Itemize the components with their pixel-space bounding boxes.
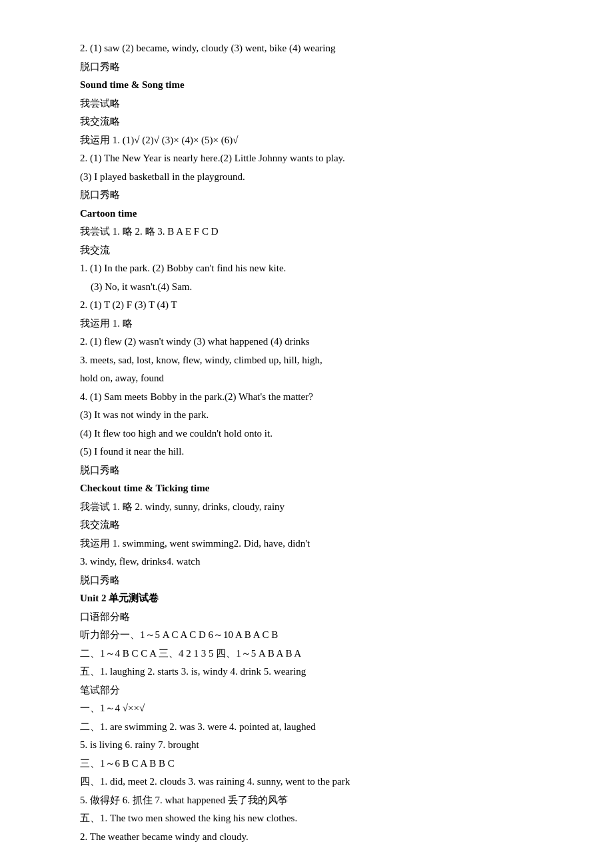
content-line: 5. 做得好 6. 抓住 7. what happened 丢了我的风筝 xyxy=(80,792,533,809)
content-line: 5. is living 6. rainy 7. brought xyxy=(80,737,533,754)
content-line: 2. (1) The New Year is nearly here.(2) L… xyxy=(80,150,533,167)
content-line: 脱口秀略 xyxy=(80,187,533,204)
content-line: (5) I found it near the hill. xyxy=(80,443,533,461)
content-line: 我尝试 1. 略 2. 略 3. B A E F C D xyxy=(80,223,533,241)
content-line: 4. (1) Sam meets Bobby in the park.(2) W… xyxy=(80,389,533,406)
content-line: 1. (1) In the park. (2) Bobby can't find… xyxy=(80,260,533,277)
content-line: 我运用 1. swimming, went swimming2. Did, ha… xyxy=(80,535,533,553)
content-line: 五、1. The two men showed the king his new… xyxy=(80,810,533,827)
content-line: 我尝试 1. 略 2. windy, sunny, drinks, cloudy… xyxy=(80,499,533,516)
content-line: 脱口秀略 xyxy=(80,572,533,589)
content-line: 二、1～4 B C C A 三、4 2 1 3 5 四、1～5 A B A B … xyxy=(80,645,533,663)
content-line: (3) No, it wasn't.(4) Sam. xyxy=(80,279,533,296)
content-line: 笔试部分 xyxy=(80,682,533,699)
content-line: 3. meets, sad, lost, know, flew, windy, … xyxy=(80,352,533,369)
content-line: (3) It was not windy in the park. xyxy=(80,407,533,424)
content-line: 五、1. laughing 2. starts 3. is, windy 4. … xyxy=(80,663,533,681)
content-line: 四、1. did, meet 2. clouds 3. was raining … xyxy=(80,773,533,791)
content-line: 脱口秀略 xyxy=(80,59,533,76)
content-line: 脱口秀略 xyxy=(80,462,533,479)
content-line: 三、1～6 B C A B B C xyxy=(80,755,533,773)
content-line: (3) I played basketball in the playgroun… xyxy=(80,169,533,186)
content-line: 我交流 xyxy=(80,242,533,259)
content-line: 我运用 1. (1)√ (2)√ (3)× (4)× (5)× (6)√ xyxy=(80,132,533,149)
content-line: 3. windy, flew, drinks4. watch xyxy=(80,553,533,571)
content-line: 2. (1) flew (2) wasn't windy (3) what ha… xyxy=(80,333,533,351)
content-line: 我运用 1. 略 xyxy=(80,315,533,333)
content-line: hold on, away, found xyxy=(80,370,533,387)
content-line: Unit 2 单元测试卷 xyxy=(80,590,533,607)
content-line: Checkout time & Ticking time xyxy=(80,480,533,497)
content-line: 2. (1) T (2) F (3) T (4) T xyxy=(80,297,533,314)
content-line: 口语部分略 xyxy=(80,609,533,626)
content-line: 二、1. are swimming 2. was 3. were 4. poin… xyxy=(80,719,533,736)
content-line: 一、1～4 √××√ xyxy=(80,700,533,717)
content-line: 2. (1) saw (2) became, windy, cloudy (3)… xyxy=(80,40,533,57)
content-line: Sound time & Song time xyxy=(80,77,533,94)
page-content: 2. (1) saw (2) became, windy, cloudy (3)… xyxy=(80,40,533,845)
content-line: Cartoon time xyxy=(80,205,533,223)
content-line: 2. The weather became windy and cloudy. xyxy=(80,829,533,846)
content-line: 我交流略 xyxy=(80,113,533,131)
content-line: 我尝试略 xyxy=(80,95,533,113)
content-line: 我交流略 xyxy=(80,517,533,534)
content-line: 听力部分一、1～5 A C A C D 6～10 A B A C B xyxy=(80,627,533,644)
content-line: (4) It flew too high and we couldn't hol… xyxy=(80,425,533,443)
